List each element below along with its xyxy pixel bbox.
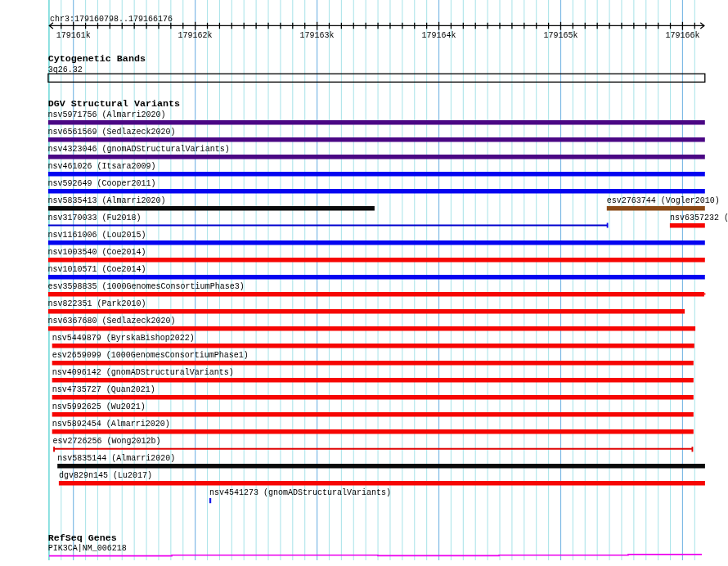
svg-text:Cytogenetic Bands: Cytogenetic Bands: [48, 53, 146, 65]
svg-text:dgv829n145 (Lu2017): dgv829n145 (Lu2017): [59, 471, 152, 480]
svg-text:nsv5992625 (Wu2021): nsv5992625 (Wu2021): [52, 402, 146, 411]
svg-text:nsv1003540 (Coe2014): nsv1003540 (Coe2014): [48, 248, 146, 257]
svg-text:179164k: 179164k: [421, 31, 456, 40]
svg-text:179166k: 179166k: [665, 31, 699, 40]
svg-text:179162k: 179162k: [178, 31, 213, 40]
svg-text:esv2659099 (1000GenomesConsort: esv2659099 (1000GenomesConsortiumPhase1): [52, 351, 249, 360]
svg-text:nsv1010571 (Coe2014): nsv1010571 (Coe2014): [48, 265, 146, 274]
svg-text:nsv4323046 (gnomADStructuralVa: nsv4323046 (gnomADStructuralVariants): [48, 145, 230, 154]
svg-text:nsv5449879 (ByrskaBishop2022): nsv5449879 (ByrskaBishop2022): [52, 334, 195, 343]
svg-text:nsv592649 (Cooper2011): nsv592649 (Cooper2011): [48, 179, 156, 188]
svg-text:nsv822351 (Park2010): nsv822351 (Park2010): [48, 299, 146, 308]
svg-text:nsv4541273 (gnomADStructuralVa: nsv4541273 (gnomADStructuralVariants): [209, 488, 391, 497]
svg-text:esv3598835 (1000GenomesConsort: esv3598835 (1000GenomesConsortiumPhase3): [48, 282, 245, 291]
svg-text:esv2726256 (Wong2012b): esv2726256 (Wong2012b): [53, 437, 161, 446]
svg-text:esv2763744 (Vogler2010): esv2763744 (Vogler2010): [607, 196, 720, 205]
svg-text:nsv4735727 (Quan2021): nsv4735727 (Quan2021): [52, 385, 155, 394]
svg-text:nsv4096142 (gnomADStructuralVa: nsv4096142 (gnomADStructuralVariants): [52, 368, 234, 377]
svg-text:RefSeq Genes: RefSeq Genes: [48, 532, 117, 544]
svg-text:chr3:179160798..179166176: chr3:179160798..179166176: [50, 15, 173, 24]
svg-text:179161k: 179161k: [56, 31, 91, 40]
svg-text:nsv1161006 (Lou2015): nsv1161006 (Lou2015): [48, 231, 146, 240]
svg-text:nsv461026 (Itsara2009): nsv461026 (Itsara2009): [48, 162, 156, 171]
svg-text:nsv5835144 (Almarri2020): nsv5835144 (Almarri2020): [57, 454, 175, 463]
svg-text:nsv6367680 (Sedlazeck2020): nsv6367680 (Sedlazeck2020): [48, 317, 176, 326]
svg-text:nsv6357232 (: nsv6357232 (: [670, 213, 728, 222]
svg-text:nsv5835413 (Almarri2020): nsv5835413 (Almarri2020): [48, 196, 166, 205]
svg-text:nsv5892454 (Almarri2020): nsv5892454 (Almarri2020): [52, 420, 170, 429]
svg-text:nsv6561569 (Sedlazeck2020): nsv6561569 (Sedlazeck2020): [48, 128, 176, 137]
svg-text:179163k: 179163k: [300, 31, 335, 40]
svg-text:PIK3CA|NM_006218: PIK3CA|NM_006218: [48, 544, 127, 553]
svg-text:3q26.32: 3q26.32: [48, 65, 83, 74]
svg-text:179165k: 179165k: [543, 31, 577, 40]
svg-text:nsv3170033 (Fu2018): nsv3170033 (Fu2018): [48, 213, 142, 222]
svg-text:DGV Structural Variants: DGV Structural Variants: [48, 98, 180, 110]
svg-text:nsv5971756 (Almarri2020): nsv5971756 (Almarri2020): [48, 110, 166, 119]
